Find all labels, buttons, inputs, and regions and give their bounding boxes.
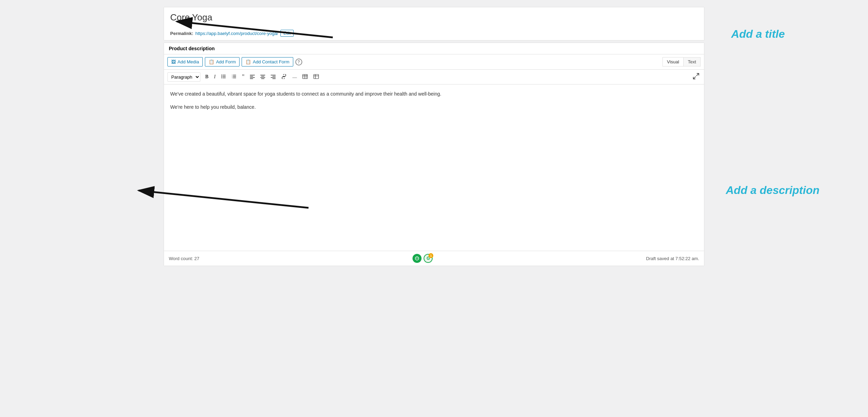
svg-rect-8: [233, 78, 236, 78]
table-options-button[interactable]: [311, 73, 321, 81]
svg-text:3.: 3.: [232, 77, 233, 79]
add-contact-form-label: Add Contact Form: [253, 59, 289, 64]
add-title-annotation: Add a title: [731, 28, 785, 41]
svg-rect-22: [271, 77, 276, 78]
svg-point-3: [221, 74, 222, 75]
word-count-label: Word count:: [169, 256, 193, 261]
view-toggle: Visual Text: [662, 57, 701, 66]
editor-box: Product description 🖼 Add Media 📋 Add Fo…: [164, 43, 704, 266]
toolbar-row1: 🖼 Add Media 📋 Add Form 📋 Add Contact For…: [164, 54, 704, 70]
editor-footer: Word count: 27 G 1 Draft saved at 7:52:2…: [164, 251, 704, 266]
add-media-button[interactable]: 🖼 Add Media: [167, 57, 203, 66]
page-wrapper: Core Yoga Permalink: https://app.baelyf.…: [7, 7, 861, 266]
grammarly-badge: 1: [428, 253, 433, 258]
italic-button[interactable]: I: [212, 73, 218, 81]
editor-box-header: Product description: [164, 43, 704, 54]
table-insert-button[interactable]: [300, 73, 310, 81]
svg-rect-6: [233, 75, 236, 76]
grammarly-circle-icon[interactable]: [413, 254, 422, 263]
add-media-label: Add Media: [177, 59, 199, 64]
svg-rect-28: [314, 74, 319, 79]
permalink-label: Permalink:: [170, 31, 193, 36]
ordered-list-button[interactable]: 1.2.3.: [229, 73, 238, 81]
svg-rect-18: [260, 77, 265, 78]
align-right-button[interactable]: [269, 73, 278, 81]
svg-rect-23: [272, 78, 276, 79]
add-form-label: Add Form: [216, 59, 236, 64]
svg-rect-12: [250, 75, 255, 76]
svg-point-5: [221, 77, 222, 78]
svg-rect-21: [272, 76, 276, 77]
svg-rect-16: [260, 75, 265, 76]
post-title-input[interactable]: Core Yoga: [164, 7, 704, 28]
svg-rect-19: [261, 78, 264, 79]
svg-line-31: [696, 73, 699, 76]
title-section: Core Yoga Permalink: https://app.baelyf.…: [164, 7, 704, 41]
expand-button[interactable]: [692, 72, 701, 82]
svg-rect-24: [303, 74, 307, 79]
svg-rect-15: [250, 78, 253, 79]
unordered-list-button[interactable]: [219, 73, 228, 81]
svg-rect-7: [233, 76, 236, 77]
editor-container: Core Yoga Permalink: https://app.baelyf.…: [164, 7, 704, 266]
permalink-edit-button[interactable]: Edit: [280, 30, 294, 37]
add-description-annotation: Add a description: [726, 184, 819, 197]
align-center-button[interactable]: [258, 73, 267, 81]
svg-rect-17: [261, 76, 264, 77]
permalink-link[interactable]: https://app.baelyf.com/product/core-yoga…: [195, 31, 278, 36]
content-paragraph-1: We've created a beautiful, vibrant space…: [170, 90, 698, 98]
hr-button[interactable]: —: [290, 73, 299, 81]
svg-rect-0: [223, 75, 226, 76]
add-contact-form-button[interactable]: 📋 Add Contact Form: [242, 57, 293, 66]
add-form-button[interactable]: 📋 Add Form: [205, 57, 240, 66]
footer-icons: G 1: [413, 254, 433, 263]
toolbar-left: 🖼 Add Media 📋 Add Form 📋 Add Contact For…: [167, 57, 302, 66]
editor-content-area[interactable]: We've created a beautiful, vibrant space…: [164, 85, 704, 251]
contact-form-icon: 📋: [245, 59, 251, 64]
permalink-bar: Permalink: https://app.baelyf.com/produc…: [164, 28, 704, 40]
paragraph-select[interactable]: Paragraph: [167, 72, 200, 82]
svg-line-32: [693, 77, 696, 79]
grammarly-g-icon[interactable]: G 1: [424, 254, 433, 263]
svg-point-4: [221, 76, 222, 77]
svg-point-33: [415, 257, 419, 260]
svg-rect-13: [250, 76, 253, 77]
svg-rect-1: [223, 76, 226, 77]
form-icon: 📋: [209, 59, 214, 64]
align-left-button[interactable]: [248, 73, 257, 81]
content-paragraph-2: We're here to help you rebuild, balance.: [170, 103, 698, 112]
svg-rect-2: [223, 78, 226, 78]
svg-rect-14: [250, 77, 255, 78]
draft-status: Draft saved at 7:52:22 am.: [646, 256, 699, 261]
text-tab[interactable]: Text: [684, 57, 700, 66]
visual-tab[interactable]: Visual: [663, 57, 684, 66]
word-count: Word count: 27: [169, 256, 199, 261]
word-count-value: 27: [194, 256, 199, 261]
help-icon[interactable]: ?: [295, 59, 302, 65]
media-icon: 🖼: [171, 59, 176, 64]
bold-button[interactable]: B: [203, 73, 210, 81]
svg-rect-20: [271, 75, 276, 76]
link-button[interactable]: [279, 73, 289, 81]
blockquote-button[interactable]: ": [240, 72, 246, 81]
toolbar-row2: Paragraph B I 1.2.3. ": [164, 70, 704, 85]
